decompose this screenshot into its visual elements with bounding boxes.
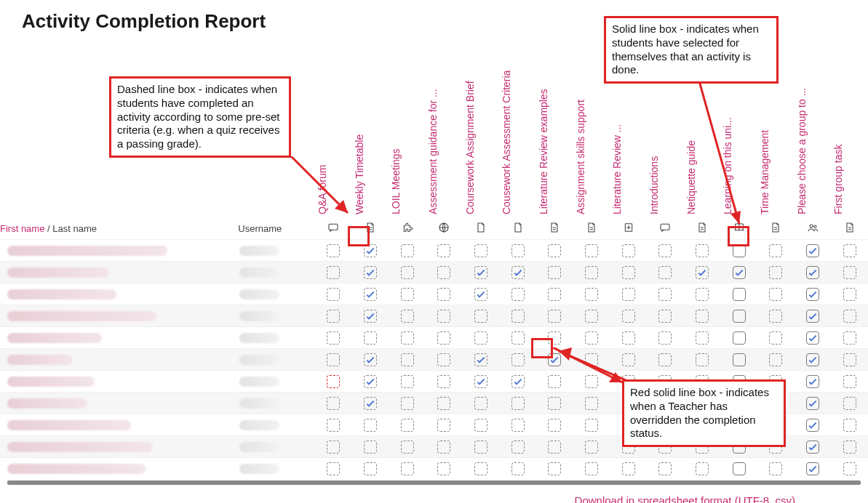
completion-box[interactable] — [622, 244, 635, 257]
completion-box[interactable] — [585, 288, 598, 301]
completion-box[interactable] — [437, 353, 450, 366]
completion-box[interactable] — [622, 331, 635, 345]
completion-box[interactable] — [401, 331, 414, 345]
completion-box[interactable] — [327, 310, 340, 323]
completion-box[interactable] — [364, 440, 377, 454]
completion-box[interactable] — [364, 419, 377, 432]
completion-box[interactable] — [437, 462, 450, 475]
completion-box[interactable] — [658, 353, 672, 366]
completion-box[interactable] — [511, 375, 525, 388]
completion-box[interactable] — [585, 310, 598, 323]
completion-box[interactable] — [843, 244, 856, 257]
completion-box[interactable] — [474, 353, 487, 366]
completion-box[interactable] — [327, 244, 340, 257]
completion-box[interactable] — [843, 331, 856, 345]
completion-box[interactable] — [806, 353, 819, 366]
completion-box[interactable] — [511, 266, 525, 279]
completion-box[interactable] — [843, 397, 856, 410]
completion-box[interactable] — [401, 244, 414, 257]
completion-box[interactable] — [327, 397, 340, 410]
completion-box[interactable] — [696, 462, 709, 475]
completion-box[interactable] — [658, 310, 672, 323]
completion-box[interactable] — [511, 244, 525, 257]
completion-box[interactable] — [696, 244, 709, 257]
completion-box[interactable] — [474, 288, 487, 301]
completion-box[interactable] — [548, 310, 561, 323]
completion-box[interactable] — [585, 375, 598, 388]
completion-box[interactable] — [401, 375, 414, 388]
completion-box[interactable] — [548, 397, 561, 410]
completion-box[interactable] — [474, 244, 487, 257]
completion-box[interactable] — [806, 331, 819, 345]
completion-box[interactable] — [769, 288, 782, 301]
completion-box[interactable] — [364, 331, 377, 345]
completion-box[interactable] — [806, 397, 819, 410]
completion-box[interactable] — [622, 266, 635, 279]
completion-box[interactable] — [511, 462, 525, 475]
completion-box[interactable] — [696, 266, 709, 279]
completion-box[interactable] — [474, 440, 487, 454]
completion-box[interactable] — [769, 331, 782, 345]
completion-box[interactable] — [548, 440, 561, 454]
completion-box[interactable] — [806, 244, 819, 257]
completion-box[interactable] — [585, 244, 598, 257]
completion-box[interactable] — [696, 310, 709, 323]
table-scrollbar[interactable] — [7, 480, 861, 485]
completion-box[interactable] — [437, 375, 450, 388]
completion-box[interactable] — [474, 331, 487, 345]
completion-box[interactable] — [843, 440, 856, 454]
completion-box[interactable] — [364, 266, 377, 279]
completion-box[interactable] — [474, 397, 487, 410]
completion-box[interactable] — [548, 266, 561, 279]
completion-box[interactable] — [843, 353, 856, 366]
completion-box[interactable] — [437, 244, 450, 257]
completion-box[interactable] — [806, 440, 819, 454]
completion-box[interactable] — [474, 375, 487, 388]
completion-box[interactable] — [843, 419, 856, 432]
completion-box[interactable] — [585, 353, 598, 366]
completion-box[interactable] — [401, 397, 414, 410]
completion-box[interactable] — [658, 331, 672, 345]
download-utf8-link[interactable]: Download in spreadsheet format (UTF-8 .c… — [575, 494, 795, 503]
completion-box[interactable] — [474, 462, 487, 475]
completion-box[interactable] — [733, 288, 746, 301]
completion-box[interactable] — [843, 462, 856, 475]
completion-box[interactable] — [511, 419, 525, 432]
completion-box[interactable] — [511, 397, 525, 410]
completion-box[interactable] — [806, 462, 819, 475]
completion-box[interactable] — [843, 288, 856, 301]
completion-box[interactable] — [327, 331, 340, 345]
completion-box[interactable] — [843, 375, 856, 388]
completion-box[interactable] — [364, 462, 377, 475]
completion-box[interactable] — [733, 353, 746, 366]
completion-box[interactable] — [401, 288, 414, 301]
completion-box[interactable] — [364, 353, 377, 366]
completion-box[interactable] — [806, 266, 819, 279]
completion-box[interactable] — [622, 353, 635, 366]
completion-box[interactable] — [548, 244, 561, 257]
completion-box[interactable] — [658, 244, 672, 257]
completion-box[interactable] — [843, 310, 856, 323]
completion-box[interactable] — [327, 288, 340, 301]
completion-box[interactable] — [733, 331, 746, 345]
completion-box[interactable] — [696, 288, 709, 301]
completion-box[interactable] — [511, 288, 525, 301]
completion-box[interactable] — [769, 266, 782, 279]
completion-box[interactable] — [658, 288, 672, 301]
completion-box[interactable] — [658, 266, 672, 279]
completion-box[interactable] — [548, 375, 561, 388]
completion-box[interactable] — [327, 419, 340, 432]
completion-box[interactable] — [401, 440, 414, 454]
completion-box[interactable] — [437, 419, 450, 432]
completion-box[interactable] — [622, 462, 635, 475]
completion-box[interactable] — [437, 331, 450, 345]
completion-box[interactable] — [622, 288, 635, 301]
completion-box[interactable] — [401, 462, 414, 475]
completion-box[interactable] — [806, 310, 819, 323]
completion-box[interactable] — [401, 419, 414, 432]
completion-box[interactable] — [585, 397, 598, 410]
completion-box[interactable] — [622, 310, 635, 323]
completion-box[interactable] — [548, 419, 561, 432]
completion-box[interactable] — [327, 266, 340, 279]
completion-box[interactable] — [511, 310, 525, 323]
